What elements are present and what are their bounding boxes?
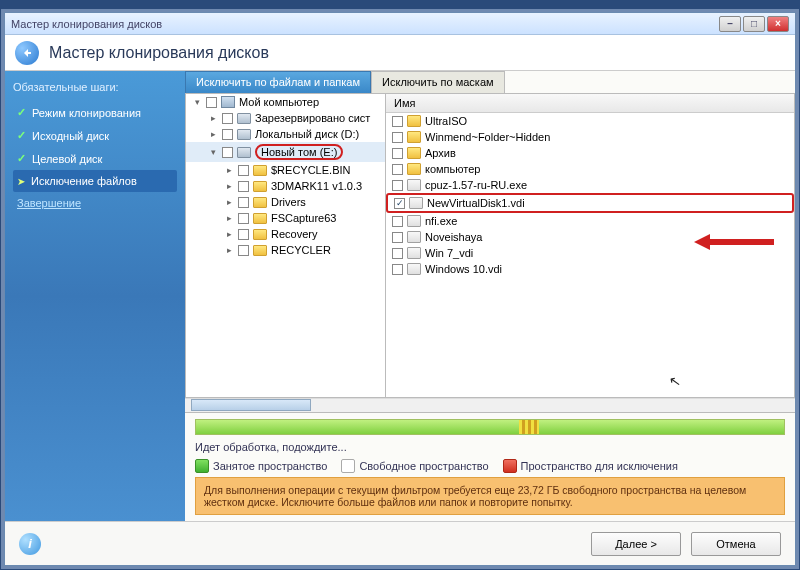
file-row[interactable]: Windows 10.vdi — [386, 261, 794, 277]
tree-node-label: 3DMARK11 v1.0.3 — [271, 180, 362, 192]
expand-icon[interactable]: ▸ — [224, 181, 234, 191]
checkbox[interactable] — [392, 216, 403, 227]
expand-icon[interactable]: ▸ — [208, 129, 218, 139]
expand-icon[interactable]: ▾ — [208, 147, 218, 157]
file-row[interactable]: компьютер — [386, 161, 794, 177]
file-row[interactable]: nfi.exe — [386, 213, 794, 229]
h-scrollbar-tree[interactable] — [185, 398, 795, 412]
tree-node-label: Drivers — [271, 196, 306, 208]
file-icon — [407, 179, 421, 191]
sidebar-step-1[interactable]: Исходный диск — [13, 124, 177, 147]
file-name: nfi.exe — [425, 215, 457, 227]
file-row[interactable]: ✓NewVirtualDisk1.vdi — [386, 193, 794, 213]
expand-icon[interactable]: ▸ — [224, 165, 234, 175]
checkbox[interactable] — [238, 165, 249, 176]
bottom-panel: Идет обработка, подождите... Занятое про… — [185, 412, 795, 521]
sidebar-step-0[interactable]: Режим клонирования — [13, 101, 177, 124]
tree-node[interactable]: ▸RECYCLER — [186, 242, 385, 258]
comp-icon — [221, 96, 235, 108]
expand-icon[interactable]: ▾ — [192, 97, 202, 107]
file-icon — [407, 263, 421, 275]
tree-node[interactable]: ▸Recovery — [186, 226, 385, 242]
file-name: Windows 10.vdi — [425, 263, 502, 275]
file-row[interactable]: cpuz-1.57-ru-RU.exe — [386, 177, 794, 193]
checkbox[interactable] — [392, 248, 403, 259]
cancel-button[interactable]: Отмена — [691, 532, 781, 556]
checkbox[interactable] — [222, 147, 233, 158]
file-name: компьютер — [425, 163, 480, 175]
expand-icon[interactable]: ▸ — [208, 113, 218, 123]
file-name: Архив — [425, 147, 456, 159]
file-row[interactable]: Архив — [386, 145, 794, 161]
legend-excl-label: Пространство для исключения — [521, 460, 678, 472]
file-name: cpuz-1.57-ru-RU.exe — [425, 179, 527, 191]
svg-marker-0 — [694, 234, 774, 250]
folder-icon — [253, 229, 267, 240]
tree-node[interactable]: ▸Локальный диск (D:) — [186, 126, 385, 142]
expand-icon[interactable]: ▸ — [224, 229, 234, 239]
file-list[interactable]: Имя UltraISOWinmend~Folder~HiddenАрхивко… — [386, 94, 794, 397]
checkbox[interactable] — [392, 132, 403, 143]
file-name: NewVirtualDisk1.vdi — [427, 197, 525, 209]
disk-usage-bar — [195, 419, 785, 435]
tree-node[interactable]: ▸FSCapture63 — [186, 210, 385, 226]
drive-icon — [237, 147, 251, 158]
back-button[interactable] — [15, 41, 39, 65]
checkbox[interactable] — [238, 245, 249, 256]
checkbox[interactable] — [238, 229, 249, 240]
checkbox[interactable]: ✓ — [394, 198, 405, 209]
tree-node[interactable]: ▸Зарезервировано сист — [186, 110, 385, 126]
warning-message: Для выполнения операции с текущим фильтр… — [195, 477, 785, 515]
legend-free-label: Свободное пространство — [359, 460, 488, 472]
footer: i Далее > Отмена — [5, 521, 795, 565]
checkbox[interactable] — [392, 164, 403, 175]
sidebar-step-label: Целевой диск — [32, 153, 102, 165]
main-panel: Исключить по файлам и папкам Исключить п… — [185, 71, 795, 521]
file-name: Winmend~Folder~Hidden — [425, 131, 550, 143]
checkbox[interactable] — [392, 180, 403, 191]
close-button[interactable]: × — [767, 16, 789, 32]
info-icon[interactable]: i — [19, 533, 41, 555]
checkbox[interactable] — [238, 197, 249, 208]
maximize-button[interactable]: □ — [743, 16, 765, 32]
checkbox[interactable] — [392, 232, 403, 243]
minimize-button[interactable]: – — [719, 16, 741, 32]
tree-node[interactable]: ▾Новый том (E:) — [186, 142, 385, 162]
tree-node-label: Recovery — [271, 228, 317, 240]
tree-node-label: Зарезервировано сист — [255, 112, 370, 124]
folder-tree[interactable]: ▾Мой компьютер▸Зарезервировано сист▸Лока… — [186, 94, 386, 397]
expand-icon[interactable]: ▸ — [224, 213, 234, 223]
tree-node[interactable]: ▾Мой компьютер — [186, 94, 385, 110]
checkbox[interactable] — [222, 129, 233, 140]
checkbox[interactable] — [392, 264, 403, 275]
sidebar-step-3[interactable]: Исключение файлов — [13, 170, 177, 192]
tree-node[interactable]: ▸Drivers — [186, 194, 385, 210]
sidebar-heading: Обязательные шаги: — [13, 81, 177, 93]
expand-icon[interactable]: ▸ — [224, 245, 234, 255]
tree-node[interactable]: ▸$RECYCLE.BIN — [186, 162, 385, 178]
checkbox[interactable] — [206, 97, 217, 108]
checkbox[interactable] — [392, 148, 403, 159]
titlebar[interactable]: Мастер клонирования дисков – □ × — [5, 13, 795, 35]
column-header-name[interactable]: Имя — [386, 94, 794, 113]
checkbox[interactable] — [222, 113, 233, 124]
file-row[interactable]: Winmend~Folder~Hidden — [386, 129, 794, 145]
folder-icon — [407, 147, 421, 159]
checkbox[interactable] — [238, 181, 249, 192]
sidebar-step-4[interactable]: Завершение — [13, 192, 177, 214]
checkbox[interactable] — [238, 213, 249, 224]
file-icon — [407, 215, 421, 227]
legend: Занятое пространство Свободное пространс… — [195, 459, 785, 473]
folder-icon — [253, 213, 267, 224]
sidebar-step-label: Режим клонирования — [32, 107, 141, 119]
tab-exclude-files[interactable]: Исключить по файлам и папкам — [185, 71, 371, 93]
expand-icon[interactable]: ▸ — [224, 197, 234, 207]
legend-free-swatch — [341, 459, 355, 473]
checkbox[interactable] — [392, 116, 403, 127]
next-button[interactable]: Далее > — [591, 532, 681, 556]
tree-node[interactable]: ▸3DMARK11 v1.0.3 — [186, 178, 385, 194]
file-row[interactable]: UltraISO — [386, 113, 794, 129]
file-icon — [407, 231, 421, 243]
sidebar-step-2[interactable]: Целевой диск — [13, 147, 177, 170]
tab-exclude-masks[interactable]: Исключить по маскам — [371, 71, 505, 93]
